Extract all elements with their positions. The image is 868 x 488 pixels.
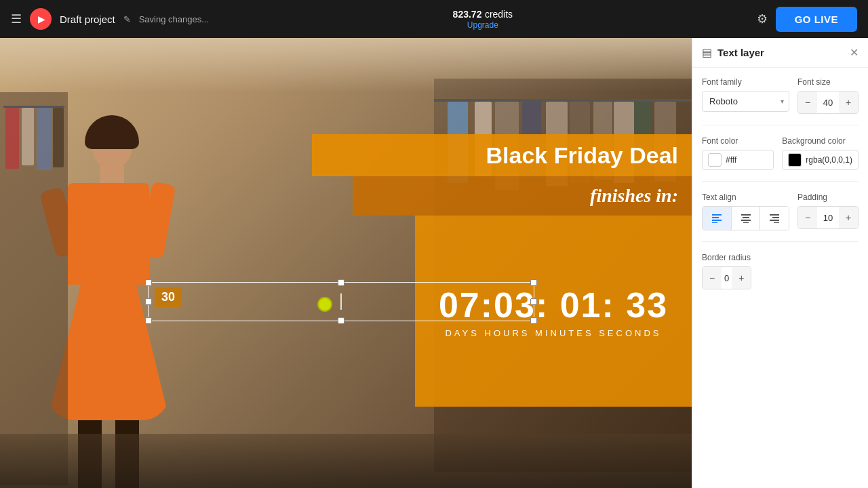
svg-rect-5 xyxy=(743,217,749,218)
credits-label: credits xyxy=(485,9,513,20)
panel-title: Text layer xyxy=(717,47,764,58)
edit-icon[interactable]: ✎ xyxy=(123,14,131,24)
cloth-left-2 xyxy=(22,108,34,165)
dress-top xyxy=(68,183,149,285)
saving-status: Saving changes... xyxy=(139,14,209,24)
divider-2 xyxy=(702,181,859,182)
topbar-left: ☰ ▶ Draft project ✎ Saving changes... xyxy=(11,8,209,30)
padding-input: − 10 + xyxy=(797,206,859,229)
finishes-banner: finishes in: xyxy=(353,176,692,216)
svg-rect-1 xyxy=(712,217,719,218)
bg-color-value: rgba(0,0,0,1) xyxy=(806,155,852,165)
svg-rect-0 xyxy=(712,214,722,216)
resize-handle-tl[interactable] xyxy=(145,279,152,286)
cloth-left-3 xyxy=(37,108,52,170)
svg-rect-8 xyxy=(770,214,779,216)
font-color-input[interactable]: #fff xyxy=(702,150,774,170)
svg-rect-11 xyxy=(774,222,779,223)
font-family-size-row: Font family Roboto Arial Georgia Helveti… xyxy=(702,77,859,114)
close-icon[interactable]: ✕ xyxy=(850,46,859,59)
font-size-label: Font size xyxy=(797,77,859,87)
padding-decrease-button[interactable]: − xyxy=(798,207,817,228)
cloth-left-1 xyxy=(5,108,19,169)
font-size-group: Font size − 40 + xyxy=(797,77,859,114)
bg-color-group: Background color rgba(0,0,0,1) xyxy=(782,136,859,170)
svg-rect-2 xyxy=(712,220,722,221)
border-radius-label: Border radius xyxy=(702,253,859,262)
go-live-button[interactable]: GO LIVE xyxy=(776,7,857,32)
bg-color-swatch[interactable] xyxy=(788,153,802,167)
resize-handle-mr[interactable] xyxy=(530,298,537,305)
align-padding-row: Text align Padding xyxy=(702,192,859,230)
border-radius-decrease-button[interactable]: − xyxy=(703,267,722,289)
border-radius-group: Border radius − 0 + xyxy=(702,253,859,289)
resize-handle-tm[interactable] xyxy=(338,279,344,286)
credits-amount: 823.72 xyxy=(453,9,482,20)
svg-rect-3 xyxy=(712,222,717,223)
logo-icon: ▶ xyxy=(30,8,52,30)
align-right-button[interactable] xyxy=(760,207,789,230)
padding-value: 10 xyxy=(817,213,839,223)
resize-handle-ml[interactable] xyxy=(145,298,152,305)
panel-header-left: ▤ Text layer xyxy=(702,46,764,59)
menu-icon[interactable]: ☰ xyxy=(11,12,22,26)
border-radius-increase-button[interactable]: + xyxy=(732,267,751,289)
font-color-swatch[interactable] xyxy=(708,153,722,167)
divider-3 xyxy=(702,241,859,242)
align-left-button[interactable] xyxy=(703,207,732,230)
credits-section: 823.72 credits Upgrade xyxy=(453,8,513,30)
finishes-text: finishes in: xyxy=(590,185,678,207)
clothing-rack-left xyxy=(0,92,68,485)
svg-rect-6 xyxy=(741,220,751,221)
hair xyxy=(85,115,139,149)
font-size-value: 40 xyxy=(817,98,839,108)
selected-element[interactable] xyxy=(148,282,534,321)
text-align-label: Text align xyxy=(702,192,789,202)
svg-rect-9 xyxy=(772,217,779,218)
padding-increase-button[interactable]: + xyxy=(839,207,858,228)
selection-indicator xyxy=(317,297,332,312)
floor xyxy=(0,434,692,488)
canvas-area: Black Friday Deal finishes in: 07:03: 01… xyxy=(0,38,692,488)
divider-1 xyxy=(702,125,859,125)
canvas-preview: Black Friday Deal finishes in: 07:03: 01… xyxy=(0,38,692,488)
svg-rect-10 xyxy=(770,220,779,221)
padding-group: Padding − 10 + xyxy=(797,192,859,229)
font-color-group: Font color #fff xyxy=(702,136,774,170)
right-panel: ▤ Text layer ✕ Font family Roboto Arial … xyxy=(692,38,868,488)
font-size-decrease-button[interactable]: − xyxy=(798,92,817,113)
font-color-value: #fff xyxy=(726,155,736,165)
font-family-group: Font family Roboto Arial Georgia Helveti… xyxy=(702,77,789,112)
font-color-label: Font color xyxy=(702,136,774,146)
topbar: ☰ ▶ Draft project ✎ Saving changes... 82… xyxy=(0,0,868,38)
upgrade-link[interactable]: Upgrade xyxy=(467,20,498,30)
font-family-select-wrapper: Roboto Arial Georgia Helvetica Times New… xyxy=(702,91,789,112)
resize-handle-tr[interactable] xyxy=(530,279,537,286)
bg-color-input[interactable]: rgba(0,0,0,1) xyxy=(782,150,859,170)
resize-handle-bl[interactable] xyxy=(145,317,152,324)
text-layer-icon: ▤ xyxy=(702,46,712,59)
bg-color-label: Background color xyxy=(782,136,859,146)
border-radius-row: − 0 + xyxy=(702,266,859,289)
black-friday-banner: Black Friday Deal xyxy=(312,134,692,176)
font-family-select[interactable]: Roboto Arial Georgia Helvetica Times New… xyxy=(702,91,789,112)
color-row: Font color #fff Background color rgba(0,… xyxy=(702,136,859,170)
border-radius-input: − 0 + xyxy=(702,266,751,289)
cloth-left-4 xyxy=(53,108,64,167)
text-align-group: Text align xyxy=(702,192,789,230)
border-radius-value: 0 xyxy=(722,273,732,283)
align-center-button[interactable] xyxy=(732,207,761,230)
font-size-increase-button[interactable]: + xyxy=(839,92,858,113)
resize-handle-bm[interactable] xyxy=(338,317,344,324)
project-name: Draft project xyxy=(60,14,115,25)
padding-label: Padding xyxy=(797,192,859,202)
countdown-labels: DAYS HOURS MINUTES SECONDS xyxy=(445,328,661,338)
main-content: Black Friday Deal finishes in: 07:03: 01… xyxy=(0,38,868,488)
black-friday-text: Black Friday Deal xyxy=(486,142,678,169)
font-family-label: Font family xyxy=(702,77,789,87)
settings-icon[interactable]: ⚙ xyxy=(757,12,768,26)
font-size-input: − 40 + xyxy=(797,91,859,114)
panel-body: Font family Roboto Arial Georgia Helveti… xyxy=(692,68,868,299)
resize-handle-br[interactable] xyxy=(530,317,537,324)
credits-display: 823.72 credits xyxy=(453,8,513,20)
